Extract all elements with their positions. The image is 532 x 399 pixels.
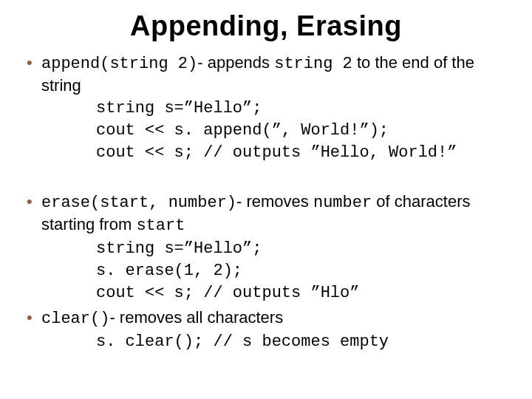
arg-start: start <box>136 216 185 235</box>
arg-number: number <box>313 194 372 212</box>
text: - appends <box>197 53 274 72</box>
slide: Appending, Erasing append(string 2)- app… <box>0 0 532 399</box>
bullet-erase: erase(start, number)- removes number of … <box>22 191 510 304</box>
func-clear: clear() <box>41 310 109 328</box>
text: - removes all characters <box>109 308 283 327</box>
func-append: append(string 2) <box>41 55 197 73</box>
bullet-clear: clear()- removes all characters s. clear… <box>22 307 510 353</box>
arg-string2: string 2 <box>274 55 352 73</box>
func-erase: erase(start, number) <box>41 194 236 212</box>
page-title: Appending, Erasing <box>22 10 510 42</box>
spacer <box>22 166 510 191</box>
code-clear: s. clear(); // s becomes empty <box>41 331 510 353</box>
bullet-append: append(string 2)- appends string 2 to th… <box>22 52 510 163</box>
bullet-list: append(string 2)- appends string 2 to th… <box>22 52 510 163</box>
bullet-list-2: erase(start, number)- removes number of … <box>22 191 510 353</box>
code-append: string s=”Hello”; cout << s. append(”, W… <box>41 98 510 163</box>
text: - removes <box>236 192 313 211</box>
code-erase: string s=”Hello”; s. erase(1, 2); cout <… <box>41 238 510 304</box>
